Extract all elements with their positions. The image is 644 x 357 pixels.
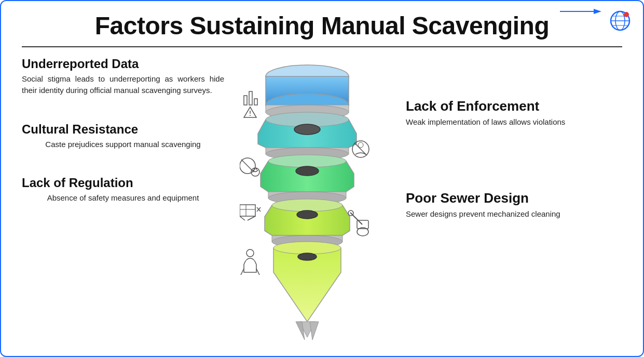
- factor-regulation-desc: Absence of safety measures and equipment: [22, 192, 224, 204]
- factor-cultural: Cultural Resistance Caste prejudices sup…: [22, 122, 224, 150]
- svg-point-25: [297, 210, 318, 219]
- svg-point-30: [298, 253, 317, 260]
- sewer-wrench-icon: [348, 210, 368, 236]
- svg-point-24: [272, 199, 342, 211]
- factor-enforcement-desc: Weak implementation of laws allows viola…: [406, 116, 587, 128]
- svg-point-39: [250, 115, 251, 116]
- svg-rect-34: [244, 96, 247, 105]
- factor-sewer-desc: Sewer designs prevent mechanized cleanin…: [406, 208, 587, 220]
- page-title: Factors Sustaining Manual Scavenging: [22, 11, 622, 47]
- factor-enforcement-title: Lack of Enforcement: [406, 98, 587, 114]
- worker-icon: [241, 249, 259, 275]
- factor-cultural-desc: Caste prejudices support manual scavengi…: [22, 139, 224, 150]
- factor-underreported-title: Underreported Data: [22, 57, 224, 71]
- svg-line-58: [350, 213, 362, 224]
- factor-regulation-title: Lack of Regulation: [22, 176, 224, 190]
- factor-sewer: Poor Sewer Design Sewer designs prevent …: [406, 190, 587, 220]
- arrow-decoration: [560, 6, 601, 17]
- svg-point-20: [296, 166, 319, 176]
- svg-line-48: [240, 216, 245, 220]
- svg-point-7: [624, 12, 629, 17]
- svg-point-15: [294, 124, 320, 135]
- svg-rect-36: [254, 99, 257, 105]
- funnel: [240, 57, 375, 348]
- svg-rect-45: [240, 205, 255, 216]
- svg-point-52: [246, 249, 254, 257]
- svg-rect-35: [249, 91, 252, 105]
- slide-container: Factors Sustaining Manual Scavenging Und…: [0, 0, 644, 357]
- factor-regulation: Lack of Regulation Absence of safety mea…: [22, 176, 224, 204]
- svg-point-19: [268, 155, 346, 167]
- svg-point-43: [254, 168, 255, 170]
- left-column: Underreported Data Social stigma leads t…: [22, 57, 224, 204]
- factor-enforcement: Lack of Enforcement Weak implementation …: [406, 98, 587, 128]
- svg-point-29: [273, 242, 341, 254]
- broken-structure-icon: [240, 205, 261, 220]
- factor-underreported: Underreported Data Social stigma leads t…: [22, 57, 224, 96]
- svg-line-54: [256, 269, 259, 275]
- svg-marker-1: [594, 9, 601, 14]
- factor-sewer-title: Poor Sewer Design: [406, 190, 587, 206]
- middle-column: [224, 57, 390, 348]
- chart-warning-icon: [244, 91, 257, 117]
- svg-marker-33: [310, 322, 319, 340]
- factor-underreported-desc: Social stigma leads to underreporting as…: [22, 73, 224, 96]
- svg-point-57: [358, 142, 363, 148]
- no-prohibition-icon: [240, 158, 259, 176]
- no-enforcement-icon: [352, 141, 369, 157]
- logo: [608, 8, 633, 33]
- svg-point-44: [256, 168, 257, 170]
- factor-cultural-title: Cultural Resistance: [22, 122, 224, 137]
- svg-line-49: [248, 216, 255, 220]
- funnel-svg: [240, 57, 375, 348]
- main-content: Underreported Data Social stigma leads t…: [22, 57, 622, 336]
- svg-line-53: [241, 269, 244, 275]
- right-column: Lack of Enforcement Weak implementation …: [390, 57, 587, 220]
